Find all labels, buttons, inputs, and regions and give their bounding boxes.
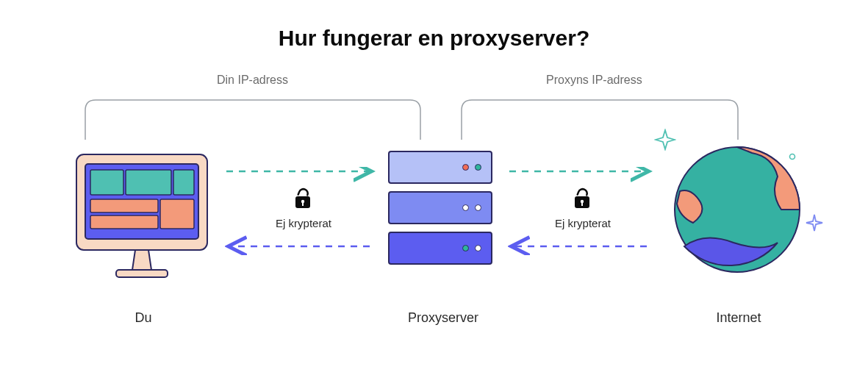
led-icon [475,245,481,251]
proxy-ip-label: Proxyns IP-adress [546,74,642,87]
svg-rect-20 [581,202,583,206]
led-icon [462,204,469,211]
svg-rect-15 [302,202,304,206]
diagram-title: Hur fungerar en proxyserver? [0,26,868,51]
server-unit-3 [388,232,492,265]
not-encrypted-label: Ej krypterat [248,217,359,229]
unlocked-padlock-icon [291,186,316,214]
diagram-stage: Din IP-adress Proxyns IP-adress [0,74,868,338]
svg-rect-3 [126,170,171,195]
internet-label: Internet [709,310,768,326]
computer-monitor-icon [72,141,219,288]
svg-rect-8 [116,270,168,277]
svg-rect-4 [173,170,194,195]
svg-rect-6 [90,215,158,229]
not-encrypted-left: Ej krypterat [248,186,359,229]
sparkle-icon [654,129,676,151]
svg-rect-2 [90,170,123,195]
proxy-label: Proxyserver [403,310,484,326]
led-icon [462,245,469,251]
svg-point-10 [790,154,795,160]
svg-rect-5 [90,199,158,213]
bracket-left [79,94,432,146]
svg-rect-7 [160,199,194,229]
led-icon [462,164,469,171]
not-encrypted-right: Ej krypterat [528,186,638,229]
you-label: Du [114,310,173,326]
led-icon [475,204,481,211]
sparkle-icon [805,213,824,232]
unlocked-padlock-icon [570,186,595,214]
server-unit-2 [388,191,492,224]
not-encrypted-label: Ej krypterat [528,217,638,229]
server-unit-1 [388,151,492,184]
dot-icon [789,153,796,160]
server-stack-icon [388,151,492,272]
your-ip-label: Din IP-adress [217,74,288,87]
led-icon [475,164,481,171]
